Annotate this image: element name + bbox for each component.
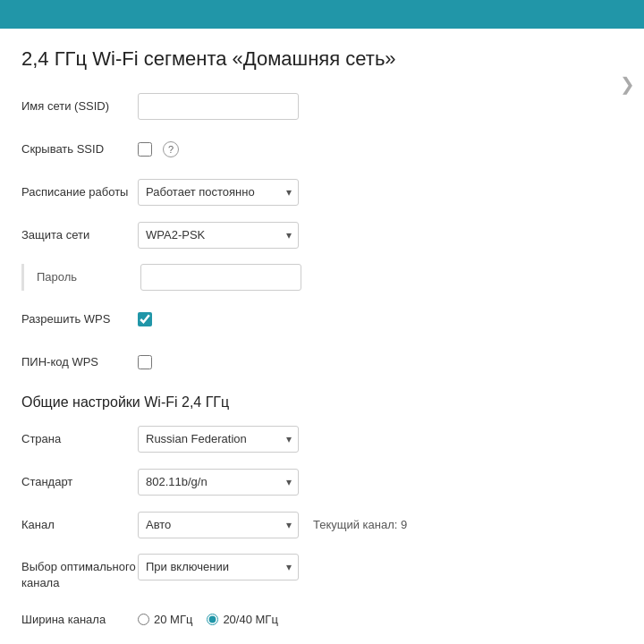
allow-wps-label: Разрешить WPS bbox=[21, 311, 138, 327]
channel-width-2040-label[interactable]: 20/40 МГц bbox=[207, 613, 277, 626]
optimal-channel-select-wrapper: При включении Постоянно Никогда ▾ bbox=[138, 554, 299, 580]
channel-row: Канал Авто 123 456 789 1011 ▾ Текущий ка… bbox=[21, 511, 623, 539]
channel-width-20-label[interactable]: 20 МГц bbox=[138, 613, 192, 626]
optimal-channel-label: Выбор оптимального канала bbox=[21, 554, 138, 591]
network-name-input[interactable] bbox=[138, 93, 299, 120]
country-row: Страна Russian Federation United States … bbox=[21, 425, 623, 453]
password-label: Пароль bbox=[37, 270, 140, 284]
standard-select-wrapper: 802.11b/g/n 802.11b/g 802.11n ▾ bbox=[138, 469, 299, 496]
channel-width-row: Ширина канала 20 МГц 20/40 МГц bbox=[21, 606, 623, 634]
hide-ssid-checkbox-wrapper: ? bbox=[138, 141, 179, 157]
chevron-right-icon[interactable]: ❯ bbox=[620, 73, 635, 95]
password-input[interactable] bbox=[140, 264, 301, 291]
allow-wps-checkbox[interactable] bbox=[138, 312, 152, 326]
main-content: ❯ 2,4 ГГц Wi-Fi сегмента «Домашняя сеть»… bbox=[0, 29, 644, 644]
channel-select-wrapper: Авто 123 456 789 1011 ▾ bbox=[138, 512, 299, 538]
country-label: Страна bbox=[21, 431, 138, 447]
schedule-label: Расписание работы bbox=[21, 184, 138, 200]
security-select[interactable]: WPA2-PSK WPA-PSK None bbox=[138, 222, 299, 249]
channel-width-2040-radio[interactable] bbox=[207, 614, 218, 625]
channel-label: Канал bbox=[21, 517, 138, 533]
channel-width-20-radio[interactable] bbox=[138, 614, 149, 625]
channel-width-radio-group: 20 МГц 20/40 МГц bbox=[138, 613, 278, 626]
schedule-select[interactable]: Работает постоянно bbox=[138, 179, 299, 206]
country-select-wrapper: Russian Federation United States Germany… bbox=[138, 426, 299, 453]
channel-select[interactable]: Авто 123 456 789 1011 bbox=[138, 512, 299, 538]
pin-wps-label: ПИН-код WPS bbox=[21, 354, 138, 370]
hide-ssid-label: Скрывать SSID bbox=[21, 141, 138, 157]
network-name-label: Имя сети (SSID) bbox=[21, 98, 138, 114]
channel-width-20-text: 20 МГц bbox=[154, 613, 192, 626]
security-row: Защита сети WPA2-PSK WPA-PSK None ▾ bbox=[21, 221, 623, 250]
general-settings-title: Общие настройки Wi-Fi 2,4 ГГц bbox=[21, 394, 623, 411]
security-select-wrapper: WPA2-PSK WPA-PSK None ▾ bbox=[138, 222, 299, 249]
network-name-row: Имя сети (SSID) bbox=[21, 92, 623, 121]
current-channel-text: Текущий канал: 9 bbox=[313, 518, 407, 531]
schedule-select-wrapper: Работает постоянно ▾ bbox=[138, 179, 299, 206]
page-title: 2,4 ГГц Wi-Fi сегмента «Домашняя сеть» bbox=[21, 47, 623, 72]
pin-wps-checkbox[interactable] bbox=[138, 355, 152, 369]
hide-ssid-help-icon[interactable]: ? bbox=[163, 141, 179, 157]
allow-wps-row: Разрешить WPS bbox=[21, 305, 623, 334]
channel-width-2040-text: 20/40 МГц bbox=[223, 613, 277, 626]
pin-wps-row: ПИН-код WPS bbox=[21, 348, 623, 377]
security-label: Защита сети bbox=[21, 227, 138, 243]
top-bar bbox=[0, 0, 644, 29]
schedule-row: Расписание работы Работает постоянно ▾ bbox=[21, 178, 623, 207]
standard-row: Стандарт 802.11b/g/n 802.11b/g 802.11n ▾ bbox=[21, 468, 623, 496]
password-row: Пароль bbox=[21, 264, 623, 291]
channel-width-label: Ширина канала bbox=[21, 612, 138, 628]
hide-ssid-row: Скрывать SSID ? bbox=[21, 135, 623, 164]
hide-ssid-checkbox[interactable] bbox=[138, 142, 152, 157]
standard-label: Стандарт bbox=[21, 474, 138, 490]
optimal-channel-row: Выбор оптимального канала При включении … bbox=[21, 554, 623, 591]
standard-select[interactable]: 802.11b/g/n 802.11b/g 802.11n bbox=[138, 469, 299, 496]
optimal-channel-select[interactable]: При включении Постоянно Никогда bbox=[138, 554, 299, 580]
country-select[interactable]: Russian Federation United States Germany bbox=[138, 426, 299, 453]
